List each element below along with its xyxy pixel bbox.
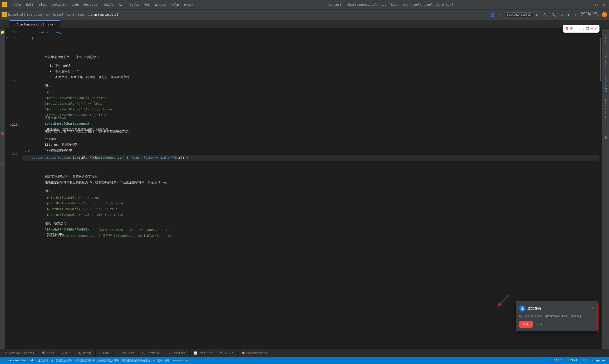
status-encoding[interactable]: UTF-8 <box>567 358 579 363</box>
minimize-btn[interactable]: — <box>586 2 592 7</box>
scrollbar-thumb[interactable] <box>600 38 601 81</box>
sogou-keyboard[interactable]: 回 <box>586 27 589 31</box>
line-num-103: 103 ⊙ <box>5 35 20 41</box>
notification-expand-btn[interactable]: ▾ <box>592 307 594 311</box>
activity-project[interactable]: 📁 <box>0 29 5 35</box>
menu-window[interactable]: Window <box>153 2 169 7</box>
debug-btn[interactable]: 🐛 <box>550 12 557 18</box>
todo-icon: ☑ <box>99 351 101 355</box>
bottom-tab-terminal[interactable]: >_ Terminal <box>138 349 165 357</box>
menu-edit[interactable]: Edit <box>24 2 36 7</box>
close-btn[interactable]: ✕ <box>601 2 607 7</box>
notification-login-btn[interactable]: 登录 <box>519 321 533 328</box>
services-label: Services <box>172 351 186 355</box>
status-indent[interactable]: 4 spaces <box>590 358 607 363</box>
user-avatar[interactable]: A <box>602 12 607 17</box>
bottom-tab-services[interactable]: ☁ Services <box>165 349 190 357</box>
sogou-bar: S 英 · · ↓ 回 ♥ T <box>563 25 599 33</box>
breakpoint-icon: ⊙ <box>6 35 7 41</box>
sogou-tools[interactable]: T <box>595 27 597 30</box>
javadoc-ex-3: ● StrUtil.isNotBlank(" \t\n") // false <box>24 95 599 101</box>
menu-help[interactable]: Help <box>169 2 181 7</box>
menu-view[interactable]: View <box>36 2 49 7</box>
javadoc-item-2: 2. 不为空字符串："" <box>24 63 599 68</box>
tab-charsequenceutil[interactable]: ☕ CharSequenceUtil.java ✕ <box>10 20 60 28</box>
profiler-label: Profiler <box>198 351 212 355</box>
bottom-tab-dependencies[interactable]: 📦 Dependencies <box>238 349 271 357</box>
sogou-heart[interactable]: ♥ <box>591 27 593 30</box>
coverage-btn[interactable]: ⊙ <box>559 12 564 18</box>
notification-intro-btn[interactable]: 介绍 <box>534 321 545 328</box>
status-git[interactable]: ⎇ Version Control <box>2 358 35 363</box>
breadcrumb-core[interactable]: core <box>67 13 74 16</box>
run-btn[interactable]: ▶ <box>535 12 540 18</box>
menu-build[interactable]: Build <box>102 2 116 7</box>
javadoc-block-1: 字符串是否为非空白，非空白的定义如下： 1. 不为 null 2. 不为空字符串… <box>22 47 599 155</box>
bottom-tab-build[interactable]: 🔨 Build <box>216 349 238 357</box>
activity-structure[interactable]: ≡ <box>0 161 5 166</box>
toolbar: P hutool-all-5.6.7.jar › cn › hutool › c… <box>0 10 609 20</box>
terminal-icon: >_ <box>142 351 146 355</box>
sogou-separator1: · <box>575 27 577 30</box>
app-icon: ✦ <box>2 2 7 7</box>
bottom-bar: ⎇ Version Control 🔍 Find ▶ Run 🐛 Debug ☑… <box>0 349 609 357</box>
notification-header: 道 道义灵码 ▾ <box>519 305 594 312</box>
activity-bookmark[interactable]: 🔖 <box>0 131 5 136</box>
problems-label: Problems <box>121 351 134 355</box>
menu-run[interactable]: Run <box>117 2 127 7</box>
menu-file[interactable]: File <box>11 2 23 7</box>
toolbar-search-btn[interactable]: ⚡ <box>498 12 503 18</box>
breadcrumb-text[interactable]: text <box>78 13 84 16</box>
status-line-sep[interactable]: LF <box>581 358 588 363</box>
dependencies-label: Dependencies <box>246 351 267 355</box>
menu-navigate[interactable]: Navigate <box>49 2 69 7</box>
bottom-tab-todo[interactable]: ☑ TODO <box>96 349 114 357</box>
scrollbar[interactable] <box>599 28 602 350</box>
breadcrumb-hutool[interactable]: hutool <box>53 13 63 16</box>
run-config-selector[interactable]: Test2024010703 <box>505 12 533 17</box>
build-btn[interactable]: 🔨 <box>542 12 549 18</box>
terminal-label: Terminal <box>147 351 161 355</box>
right-sidebar-notifications[interactable]: Notifications <box>602 99 609 122</box>
build-icon: 🔨 <box>220 351 224 355</box>
tab-java-icon: ☕ <box>13 23 15 26</box>
breadcrumb-jar[interactable]: hutool-all-5.6.7.jar <box>8 13 43 16</box>
menu-code[interactable]: Code <box>69 2 81 7</box>
bottom-tab-run[interactable]: ▶ Run <box>58 349 74 357</box>
expand-icon[interactable]: ↻ <box>25 149 27 153</box>
status-cursor[interactable]: 105:1 <box>553 358 564 363</box>
bottom-tab-debug[interactable]: 🐛 Debug <box>74 349 96 357</box>
right-sidebar-panel[interactable]: 交互面板 <box>602 125 609 144</box>
right-sidebar-nexchatgpt[interactable]: NexChatGPT <box>602 72 609 96</box>
notification-actions: 登录 介绍 <box>519 321 594 328</box>
menu-refactor[interactable]: Refactor <box>82 2 102 7</box>
status-right: 105:1 UTF-8 LF 4 spaces <box>553 358 607 363</box>
debug-icon: 🐛 <box>78 351 82 355</box>
maximize-btn[interactable]: □ <box>594 2 600 7</box>
fold-icon[interactable]: □ <box>19 122 20 128</box>
sogou-input-mode[interactable]: 英 <box>570 27 573 31</box>
bottom-tab-profiler[interactable]: 📊 Profiler <box>190 349 216 357</box>
sogou-microphone[interactable]: ↓ <box>582 27 584 30</box>
javadoc-expand-controls: ↻ ∨ <box>24 149 599 153</box>
bottom-tab-find[interactable]: 🔍 Find <box>38 349 58 357</box>
tab-bar: ≡ ☕ CharSequenceUtil.java ✕ Reader Mode <box>0 20 609 28</box>
menu-other[interactable]: Other <box>182 2 196 7</box>
right-sidebar-database[interactable]: Database <box>602 51 609 70</box>
toolbar-profile-btn[interactable]: 👤 <box>489 12 496 18</box>
notification-popup: 道 道义灵码 ▾ 嗨，我是道义灵码，你的智能编程助手，快来登录 登录 介绍 <box>516 302 597 331</box>
breadcrumb-cn[interactable]: cn <box>46 13 50 16</box>
tab-close-btn[interactable]: ✕ <box>55 23 56 26</box>
right-sidebar-maven[interactable]: Maven <box>602 29 609 49</box>
tab-label: CharSequenceUtil.java <box>17 23 53 26</box>
bottom-tab-problems[interactable]: ⚠ Problems <box>114 349 138 357</box>
find-icon: 🔍 <box>42 351 46 355</box>
javadoc2-title: 指定字符串数组中，是否包含空字符串。 <box>24 168 599 174</box>
reader-mode-btn[interactable]: Reader Mode <box>577 11 599 15</box>
menu-tools[interactable]: Tools <box>127 2 141 7</box>
menu-vcs[interactable]: VCS <box>142 2 152 7</box>
more-run-btn[interactable]: ▼ <box>566 12 571 18</box>
bottom-tab-version-control[interactable]: ⎇ Version Control <box>0 349 38 357</box>
collapse-icon[interactable]: ∨ <box>28 149 30 153</box>
code-content[interactable]: return true ; } 字符串是否为非空白，非空白的定义如下： 1. 不… <box>22 28 599 350</box>
